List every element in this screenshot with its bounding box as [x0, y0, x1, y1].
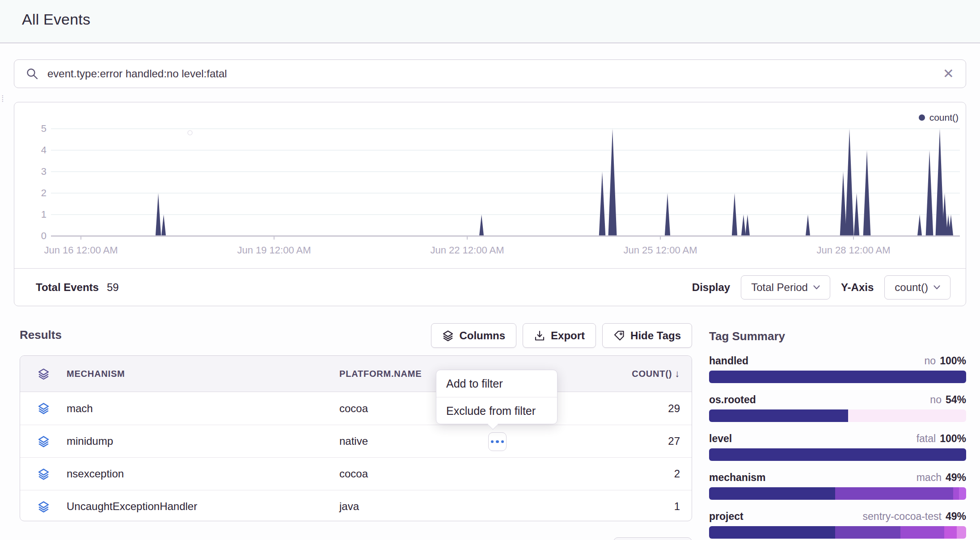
chart-spike [599, 172, 606, 236]
column-header-count[interactable]: COUNT() ↓ [563, 368, 692, 380]
tag-distribution-bar[interactable] [709, 487, 966, 500]
tag-distribution-bar[interactable] [709, 448, 966, 461]
y-axis-label: Y-Axis [841, 281, 874, 294]
table-header-row: MECHANISM PLATFORM.NAME COUNT() ↓ [20, 356, 692, 392]
page-title: All Events [22, 11, 90, 28]
y-axis-label: 4 [14, 145, 46, 156]
tag-entry: level fatal 100% [709, 433, 966, 461]
cell-mechanism: mach [67, 402, 339, 415]
y-axis-label: 5 [14, 123, 46, 134]
tag-distribution-bar[interactable] [709, 526, 966, 539]
y-axis-label: 3 [14, 166, 46, 177]
tag-bar-segment[interactable] [959, 487, 966, 500]
tag-distribution-bar[interactable] [709, 409, 966, 422]
drag-handle-icon: ⁞ [1, 94, 3, 104]
cell-mechanism: nsexception [67, 468, 339, 480]
hide-tags-button[interactable]: Hide Tags [602, 323, 692, 348]
tag-bar-segment[interactable] [709, 526, 835, 539]
cell-platform: java [339, 500, 563, 513]
ellipsis-icon [491, 440, 494, 443]
tag-name: os.rooted [709, 394, 756, 406]
x-axis-label: Jun 22 12:00 AM [430, 245, 504, 256]
display-selected-value: Total Period [751, 281, 808, 294]
tag-bar-segment[interactable] [709, 371, 966, 383]
tag-entry: mechanism mach 49% [709, 472, 966, 500]
expand-stack-icon[interactable] [38, 435, 50, 447]
cell-actions-menu: Add to filter Exclude from filter [436, 370, 558, 424]
chart-spike [741, 215, 746, 236]
export-button-label: Export [551, 329, 585, 342]
ellipsis-icon [496, 440, 499, 443]
chart-spike [806, 215, 810, 236]
tag-top-value: mach [917, 472, 942, 484]
export-button[interactable]: Export [523, 323, 596, 348]
hide-tags-button-label: Hide Tags [630, 329, 681, 342]
tag-top-value: fatal [917, 433, 936, 445]
pagination-button-partial[interactable] [613, 537, 692, 540]
expand-stack-icon[interactable] [38, 468, 50, 480]
tag-top-value: sentry-cocoa-test [863, 510, 942, 523]
tag-percent: 100% [940, 355, 966, 367]
chart-marker-dot [188, 131, 192, 135]
expand-stack-icon[interactable] [38, 402, 50, 414]
tag-bar-segment[interactable] [848, 409, 967, 422]
cell-platform: native [339, 435, 563, 447]
tag-bar-segment[interactable] [900, 526, 944, 539]
page-header: All Events [0, 0, 980, 43]
table-row: minidump native 27 [20, 425, 692, 457]
stack-column-icon [38, 368, 50, 380]
chevron-down-icon [813, 285, 820, 290]
table-row: mach cocoa 29 [20, 392, 692, 425]
tag-percent: 54% [946, 394, 966, 406]
tag-name: mechanism [709, 472, 766, 484]
x-axis-label: Jun 28 12:00 AM [816, 245, 890, 256]
search-input[interactable]: event.type:error handled:no level:fatal … [14, 59, 966, 88]
tag-bar-segment[interactable] [953, 487, 959, 500]
cell-actions-button[interactable] [488, 432, 507, 451]
events-chart-panel: count() 012345 Jun 16 12:00 AMJun 19 12:… [14, 102, 966, 306]
columns-button[interactable]: Columns [431, 323, 516, 348]
tag-percent: 49% [946, 510, 966, 523]
cell-mechanism: minidump [67, 435, 339, 447]
tag-entry: project sentry-cocoa-test 49% [709, 510, 966, 539]
tag-bar-segment[interactable] [957, 526, 966, 539]
search-query-text[interactable]: event.type:error handled:no level:fatal [47, 68, 943, 80]
tag-icon [613, 330, 625, 342]
tag-entry: os.rooted no 54% [709, 394, 966, 422]
events-time-series-chart[interactable] [51, 121, 960, 243]
legend-series-dot [919, 114, 925, 121]
tag-name: level [709, 433, 732, 445]
expand-stack-icon[interactable] [38, 501, 50, 513]
chevron-down-icon [934, 285, 940, 290]
table-row: UncaughtExceptionHandler java 1 [20, 490, 692, 521]
menu-item-add-to-filter[interactable]: Add to filter [436, 370, 557, 397]
chart-spike [479, 215, 484, 236]
tag-name: handled [709, 355, 748, 367]
tag-percent: 100% [940, 433, 966, 445]
chart-y-axis: 012345 [14, 121, 46, 242]
y-axis-label: 1 [14, 209, 46, 220]
tag-entry: handled no 100% [709, 355, 966, 383]
cell-count: 29 [563, 402, 692, 415]
column-header-mechanism[interactable]: MECHANISM [67, 369, 339, 379]
results-table: MECHANISM PLATFORM.NAME COUNT() ↓ mach c… [20, 355, 692, 521]
clear-search-icon[interactable]: ✕ [943, 67, 954, 80]
columns-button-label: Columns [459, 329, 505, 342]
tag-distribution-bar[interactable] [709, 371, 966, 383]
x-axis-label: Jun 16 12:00 AM [44, 245, 118, 256]
y-axis-label: 2 [14, 188, 46, 198]
menu-item-exclude-from-filter[interactable]: Exclude from filter [436, 397, 557, 424]
tag-bar-segment[interactable] [709, 448, 966, 461]
tag-bar-segment[interactable] [944, 526, 957, 539]
tag-bar-segment[interactable] [709, 409, 848, 422]
tag-bar-segment[interactable] [835, 526, 901, 539]
tag-bar-segment[interactable] [835, 487, 954, 500]
display-select[interactable]: Total Period [741, 275, 830, 300]
count-header-label: COUNT() [632, 369, 672, 379]
tag-bar-segment[interactable] [709, 487, 835, 500]
display-label: Display [692, 281, 730, 294]
y-axis-select[interactable]: count() [884, 275, 950, 300]
tag-name: project [709, 510, 743, 523]
chart-spike [936, 129, 944, 236]
x-axis-label: Jun 19 12:00 AM [237, 245, 311, 256]
